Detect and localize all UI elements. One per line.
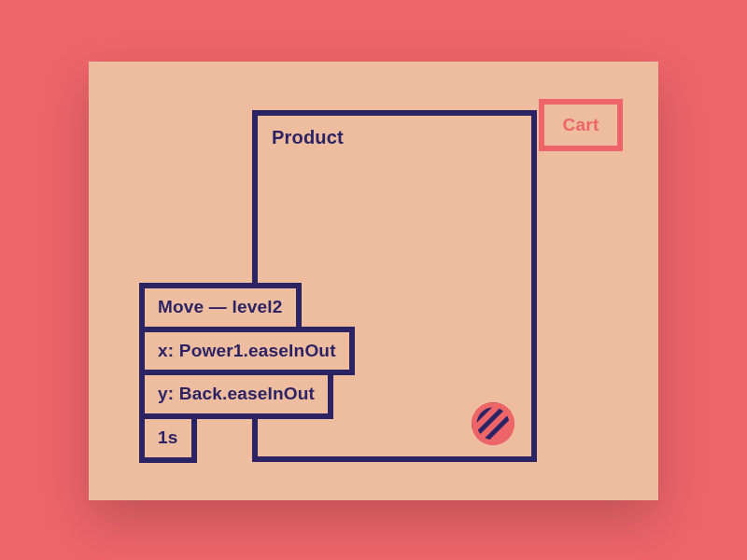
ball-icon [472, 402, 514, 445]
animation-info: Move — level2 x: Power1.easeInOut y: Bac… [139, 283, 355, 457]
product-label: Product [272, 127, 344, 148]
info-duration: 1s [139, 413, 197, 463]
info-title: Move — level2 [139, 283, 302, 332]
info-y-easing: y: Back.easeInOut [139, 370, 333, 419]
info-x-easing: x: Power1.easeInOut [139, 327, 355, 376]
cart-label: Cart [562, 115, 599, 135]
cart-button[interactable]: Cart [539, 99, 623, 151]
card: Product Cart Move — level2 x: Power1.eas… [89, 62, 658, 500]
